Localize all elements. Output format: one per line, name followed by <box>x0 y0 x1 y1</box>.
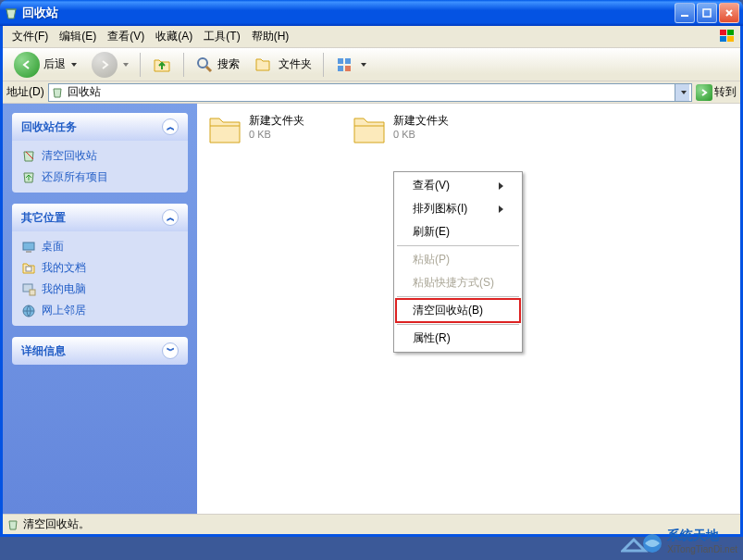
list-item[interactable]: 新建文件夹 0 KB <box>351 113 449 146</box>
watermark-logo-icon <box>621 525 663 556</box>
svg-rect-11 <box>23 243 34 250</box>
back-button[interactable]: 后退 <box>8 49 82 81</box>
forward-button[interactable] <box>86 49 134 81</box>
panel-header-tasks[interactable]: 回收站任务 ︽ <box>12 113 188 141</box>
panel-header-details[interactable]: 详细信息 ︾ <box>12 337 188 365</box>
go-button[interactable]: 转到 <box>696 84 737 101</box>
folder-up-icon <box>152 55 172 75</box>
restore-icon <box>21 170 36 185</box>
ctx-arrange-icons[interactable]: 排列图标(I) <box>396 197 520 220</box>
folders-button[interactable]: 文件夹 <box>249 53 317 77</box>
place-my-documents[interactable]: 我的文档 <box>21 260 179 276</box>
windows-flag-icon <box>718 28 738 44</box>
recycle-bin-icon <box>51 86 64 99</box>
item-meta: 0 KB <box>393 129 449 140</box>
list-item[interactable]: 新建文件夹 0 KB <box>206 113 304 146</box>
watermark-title: 系统天地 <box>667 528 737 544</box>
computer-icon <box>21 282 36 297</box>
ctx-label: 属性(R) <box>413 330 451 346</box>
svg-point-6 <box>198 58 207 68</box>
svg-rect-0 <box>681 15 688 17</box>
svg-rect-5 <box>727 36 734 42</box>
chevron-up-icon: ︽ <box>162 118 179 135</box>
panel-header-places[interactable]: 其它位置 ︽ <box>12 204 188 231</box>
ctx-label: 粘贴(P) <box>413 252 450 268</box>
ctx-refresh[interactable]: 刷新(E) <box>396 220 520 243</box>
panel-other-places: 其它位置 ︽ 桌面 我的文档 我的电脑 <box>12 204 188 326</box>
ctx-empty-recycle-bin[interactable]: 清空回收站(B) <box>396 299 520 322</box>
item-name: 新建文件夹 <box>249 113 304 129</box>
submenu-arrow-icon <box>499 205 503 213</box>
submenu-arrow-icon <box>499 182 503 190</box>
task-restore-all[interactable]: 还原所有项目 <box>21 169 179 185</box>
svg-rect-13 <box>26 267 31 271</box>
item-name: 新建文件夹 <box>393 113 449 129</box>
address-label: 地址(D) <box>6 84 44 100</box>
address-dropdown-button[interactable] <box>675 84 689 101</box>
up-button[interactable] <box>146 52 178 78</box>
svg-rect-15 <box>30 290 35 295</box>
title-bar: 回收站 <box>0 0 743 26</box>
svg-rect-2 <box>720 30 726 35</box>
address-bar: 地址(D) 回收站 转到 <box>3 81 740 104</box>
ctx-label: 粘贴快捷方式(S) <box>413 275 494 291</box>
panel-recycle-tasks: 回收站任务 ︽ 清空回收站 还原所有项目 <box>12 113 188 193</box>
chevron-down-icon <box>361 63 366 67</box>
recycle-bin-icon <box>6 518 19 531</box>
network-icon <box>21 304 36 318</box>
task-label: 还原所有项目 <box>42 169 108 185</box>
chevron-down-icon <box>123 63 129 67</box>
separator <box>397 245 519 246</box>
menu-file[interactable]: 文件(F) <box>6 27 54 46</box>
watermark-url: XiTongTianDi.net <box>667 544 737 554</box>
svg-rect-4 <box>720 36 726 42</box>
desktop-icon <box>21 240 36 255</box>
views-button[interactable] <box>329 53 372 77</box>
documents-icon <box>21 261 36 276</box>
context-menu: 查看(V) 排列图标(I) 刷新(E) 粘贴(P) 粘贴快捷方式(S) 清空回收… <box>393 171 523 353</box>
ctx-label: 刷新(E) <box>413 224 450 240</box>
separator <box>397 296 519 297</box>
folders-icon <box>254 56 275 74</box>
svg-rect-7 <box>338 58 343 64</box>
folders-label: 文件夹 <box>279 56 312 72</box>
back-arrow-icon <box>14 52 40 78</box>
ctx-label: 清空回收站(B) <box>413 303 483 318</box>
status-text: 清空回收站。 <box>23 516 90 532</box>
ctx-view[interactable]: 查看(V) <box>396 174 520 197</box>
forward-arrow-icon <box>92 52 118 78</box>
ctx-properties[interactable]: 属性(R) <box>396 327 520 350</box>
svg-rect-10 <box>345 66 351 71</box>
menu-favorites[interactable]: 收藏(A) <box>150 27 198 46</box>
menu-edit[interactable]: 编辑(E) <box>54 27 102 46</box>
separator <box>140 53 141 77</box>
separator <box>183 53 184 77</box>
place-label: 我的电脑 <box>42 281 86 297</box>
menu-help[interactable]: 帮助(H) <box>246 27 295 46</box>
svg-rect-12 <box>26 251 31 253</box>
ctx-label: 排列图标(I) <box>413 201 467 217</box>
item-meta: 0 KB <box>249 129 304 140</box>
chevron-up-icon: ︽ <box>162 209 179 226</box>
go-label: 转到 <box>714 84 737 100</box>
sidebar: 回收站任务 ︽ 清空回收站 还原所有项目 其它位置 <box>3 104 197 514</box>
svg-rect-3 <box>727 30 734 35</box>
search-button[interactable]: 搜索 <box>190 53 245 77</box>
menu-view[interactable]: 查看(V) <box>102 27 150 46</box>
place-my-computer[interactable]: 我的电脑 <box>21 281 179 297</box>
task-empty-recycle-bin[interactable]: 清空回收站 <box>21 148 179 164</box>
search-label: 搜索 <box>217 56 240 72</box>
task-label: 清空回收站 <box>42 148 97 164</box>
place-desktop[interactable]: 桌面 <box>21 239 179 255</box>
maximize-button[interactable] <box>697 3 717 23</box>
window-title: 回收站 <box>22 5 675 21</box>
empty-recycle-icon <box>21 149 36 164</box>
minimize-button[interactable] <box>675 3 695 23</box>
close-button[interactable] <box>719 3 739 23</box>
place-network[interactable]: 网上邻居 <box>21 303 179 318</box>
svg-rect-1 <box>703 9 711 17</box>
menu-tools[interactable]: 工具(T) <box>198 27 245 46</box>
toolbar: 后退 搜索 文件夹 <box>3 48 740 81</box>
back-label: 后退 <box>43 56 66 72</box>
address-input[interactable]: 回收站 <box>48 83 692 102</box>
